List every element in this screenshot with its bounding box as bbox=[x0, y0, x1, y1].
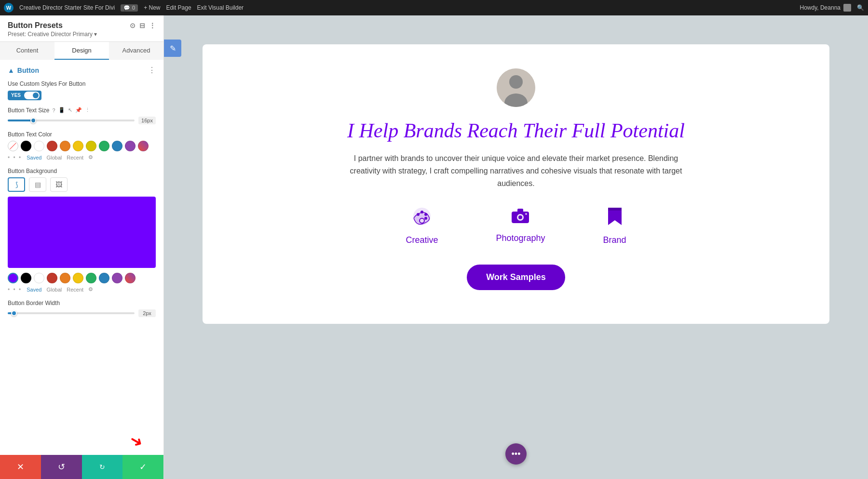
card-subtext: I partner with brands to uncover their u… bbox=[347, 152, 685, 189]
search-icon[interactable]: 🔍 bbox=[857, 4, 864, 11]
section-header: ▲ Button ⋮ bbox=[8, 66, 156, 75]
bg-swatch-red[interactable] bbox=[47, 273, 57, 283]
button-border-width-field: Button Border Width 2px bbox=[8, 300, 156, 317]
pin-icon[interactable]: 📌 bbox=[75, 107, 82, 113]
slider-thumb[interactable] bbox=[30, 118, 36, 123]
bg-color-swatches bbox=[8, 273, 156, 283]
svg-point-12 bbox=[518, 215, 522, 219]
color-swatch-transparent[interactable] bbox=[8, 141, 18, 151]
help-icon[interactable]: ? bbox=[53, 107, 55, 113]
color-swatch-white[interactable] bbox=[34, 141, 44, 151]
color-swatch-red[interactable] bbox=[47, 141, 57, 151]
palette-icon bbox=[412, 207, 432, 226]
color-swatch-yellow1[interactable] bbox=[73, 141, 83, 151]
bg-color-tab[interactable]: ⟆ bbox=[8, 177, 25, 192]
section-more-icon[interactable]: ⋮ bbox=[148, 66, 156, 75]
border-width-value[interactable]: 2px bbox=[138, 309, 156, 317]
bg-swatch-white[interactable] bbox=[34, 273, 44, 283]
button-text-size-label: Button Text Size ? 📱 ↖ 📌 ⋮ bbox=[8, 107, 90, 114]
background-type-tabs: ⟆ ▤ 🖼 bbox=[8, 177, 156, 192]
cursor-icon[interactable]: ↖ bbox=[68, 107, 72, 113]
panel-title: Button Presets ⊙ ⊟ ⋮ bbox=[8, 21, 156, 30]
comment-count: 0 bbox=[132, 5, 135, 11]
text-size-slider[interactable]: 16px bbox=[8, 117, 156, 124]
brand-icon bbox=[607, 207, 623, 230]
saved-label[interactable]: Saved bbox=[27, 155, 41, 160]
panel-content: ▲ Button ⋮ Use Custom Styles For Button … bbox=[0, 60, 163, 455]
bg-swatch-green[interactable] bbox=[86, 273, 96, 283]
work-samples-button[interactable]: Work Samples bbox=[467, 265, 565, 290]
edit-page-link[interactable]: Edit Page bbox=[166, 4, 191, 11]
bg-recent-label[interactable]: Recent bbox=[67, 287, 83, 293]
comment-icon: 💬 bbox=[123, 5, 130, 11]
border-slider-thumb[interactable] bbox=[11, 310, 17, 316]
creative-label: Creative bbox=[406, 235, 438, 245]
slider-track bbox=[8, 120, 135, 121]
bg-swatch-brush[interactable] bbox=[125, 273, 136, 283]
tab-content[interactable]: Content bbox=[0, 42, 54, 60]
cancel-button[interactable]: ✕ bbox=[0, 455, 41, 479]
button-text-size-field: Button Text Size ? 📱 ↖ 📌 ⋮ 16px bbox=[8, 107, 156, 124]
color-swatch-blue[interactable] bbox=[112, 141, 122, 151]
bg-global-label[interactable]: Global bbox=[46, 287, 62, 293]
panel-columns-icon[interactable]: ⊟ bbox=[139, 22, 145, 29]
color-swatch-orange[interactable] bbox=[60, 141, 70, 151]
button-text-color-field: Button Text Color • • • Saved bbox=[8, 131, 156, 161]
bg-swatch-purple-active[interactable] bbox=[8, 273, 18, 283]
border-width-slider[interactable]: 2px bbox=[8, 309, 156, 317]
color-swatch-black[interactable] bbox=[21, 141, 31, 151]
button-background-field: Button Background ⟆ ▤ 🖼 bbox=[8, 168, 156, 293]
text-size-value[interactable]: 16px bbox=[138, 117, 156, 124]
panel-focus-icon[interactable]: ⊙ bbox=[130, 22, 136, 29]
bg-gradient-tab[interactable]: ▤ bbox=[29, 177, 46, 192]
module-toggle-button[interactable]: ✎ bbox=[164, 40, 181, 57]
undo-button[interactable]: ↺ bbox=[41, 455, 82, 479]
border-width-label: Button Border Width bbox=[8, 300, 156, 306]
panel-more-icon[interactable]: ⋮ bbox=[149, 22, 156, 29]
bg-image-tab[interactable]: 🖼 bbox=[50, 177, 68, 192]
color-swatch-yellow2[interactable] bbox=[86, 141, 96, 151]
color-swatch-green[interactable] bbox=[99, 141, 109, 151]
custom-styles-toggle[interactable]: YES bbox=[8, 91, 41, 100]
bg-swatch-blue[interactable] bbox=[99, 273, 109, 283]
toggle-handle[interactable] bbox=[24, 92, 40, 99]
color-more-dots[interactable]: • • • bbox=[8, 154, 22, 161]
card-heading: I Help Brands Reach Their Full Potential bbox=[222, 119, 810, 143]
preset-label[interactable]: Preset: Creative Director Primary ▾ bbox=[8, 31, 97, 38]
bookmark-icon bbox=[607, 207, 623, 226]
confirm-button[interactable]: ✓ bbox=[122, 455, 163, 479]
recent-label[interactable]: Recent bbox=[67, 155, 83, 160]
tab-design[interactable]: Design bbox=[54, 42, 109, 60]
section-collapse-icon[interactable]: ▲ bbox=[8, 67, 14, 74]
mobile-icon[interactable]: 📱 bbox=[58, 107, 65, 113]
bg-swatch-yellow[interactable] bbox=[73, 273, 83, 283]
bg-color-more-dots[interactable]: • • • bbox=[8, 286, 22, 293]
comment-bubble[interactable]: 💬 0 bbox=[121, 4, 138, 12]
color-swatch-brush[interactable] bbox=[138, 141, 149, 151]
wp-logo-icon[interactable]: W bbox=[4, 3, 14, 13]
button-text-color-label: Button Text Color bbox=[8, 131, 156, 138]
redo-button[interactable]: ↻ bbox=[82, 455, 123, 479]
text-color-swatches bbox=[8, 141, 156, 151]
color-settings-icon[interactable]: ⚙ bbox=[88, 154, 93, 160]
bg-swatch-purple[interactable] bbox=[112, 273, 122, 283]
new-button[interactable]: + New bbox=[144, 4, 160, 11]
global-label[interactable]: Global bbox=[46, 155, 62, 160]
bg-saved-label[interactable]: Saved bbox=[27, 287, 41, 293]
photography-label: Photography bbox=[496, 233, 545, 243]
camera-icon bbox=[511, 207, 530, 224]
tab-advanced[interactable]: Advanced bbox=[109, 42, 163, 60]
user-avatar bbox=[843, 4, 851, 12]
bg-swatch-black[interactable] bbox=[21, 273, 31, 283]
color-swatch-purple[interactable] bbox=[125, 141, 136, 151]
photography-icon-item: Photography bbox=[496, 207, 545, 245]
bg-color-settings-icon[interactable]: ⚙ bbox=[88, 286, 93, 293]
creative-icon-item: Creative bbox=[406, 207, 438, 245]
canvas-area: ✎ I Help Brands Reach Their Full Potenti… bbox=[164, 15, 868, 479]
exit-builder-link[interactable]: Exit Visual Builder bbox=[197, 4, 244, 11]
bottom-bar: ✕ ↺ ↻ ✓ bbox=[0, 455, 163, 479]
brand-icon-item: Brand bbox=[603, 207, 626, 245]
canvas-fab-button[interactable]: ••• bbox=[505, 443, 527, 465]
bg-swatch-orange[interactable] bbox=[60, 273, 70, 283]
more-icon[interactable]: ⋮ bbox=[85, 107, 90, 113]
